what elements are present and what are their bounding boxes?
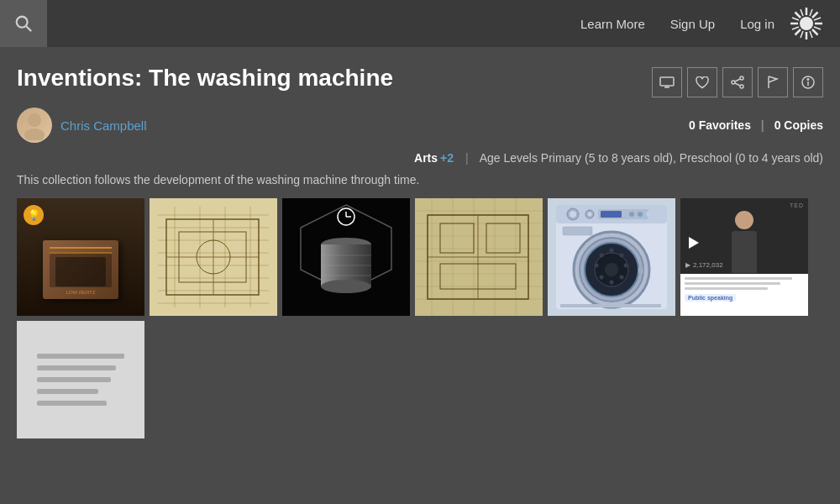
- age-levels: Age Levels Primary (5 to 8 years old), P…: [480, 151, 823, 165]
- svg-rect-109: [560, 304, 661, 307]
- svg-point-100: [620, 254, 624, 258]
- ted-video-thumbnail: ▶2,172,032 TED: [680, 198, 808, 274]
- blueprint-image: [150, 198, 277, 316]
- doc-line-5: [37, 401, 107, 406]
- wooden-box: LOW BERTZ: [43, 240, 118, 299]
- svg-line-7: [795, 13, 801, 18]
- copies-count: 0: [774, 118, 781, 132]
- grid-item-1[interactable]: 💡 LOW BERTZ: [17, 198, 144, 316]
- svg-line-11: [801, 9, 803, 16]
- share-button[interactable]: [722, 67, 753, 97]
- favorites-label: Favorites: [699, 118, 751, 132]
- author-row: Chris Campbell 0 Favorites | 0 Copies: [17, 108, 823, 143]
- favorite-button[interactable]: [687, 67, 717, 97]
- view-count: ▶2,172,032: [685, 261, 723, 269]
- svg-line-15: [792, 27, 799, 29]
- ted-desc-line-3: [685, 287, 768, 290]
- svg-point-30: [807, 79, 809, 81]
- ted-speaker-figure: [723, 211, 765, 274]
- avatar: [17, 108, 52, 143]
- grid-item-7[interactable]: [17, 321, 144, 438]
- learn-more-link[interactable]: Learn More: [570, 12, 655, 36]
- sunburst-logo: [790, 7, 823, 40]
- action-buttons: [652, 67, 823, 97]
- svg-point-86: [570, 211, 576, 218]
- svg-point-22: [740, 76, 743, 80]
- svg-point-91: [629, 212, 634, 217]
- svg-point-104: [600, 276, 604, 280]
- svg-line-13: [792, 18, 799, 20]
- search-icon: [14, 14, 33, 33]
- washing-machine-image: [548, 198, 675, 316]
- avatar-image: [17, 108, 52, 143]
- ted-badge-1: Public speaking: [685, 294, 736, 302]
- main-content: Inventions: The washing machine: [0, 47, 840, 438]
- sunburst-icon: [790, 7, 823, 40]
- svg-line-8: [812, 13, 818, 18]
- grid-item-3[interactable]: [282, 198, 410, 316]
- author-name[interactable]: Chris Campbell: [60, 118, 147, 133]
- svg-point-106: [600, 254, 604, 258]
- info-button[interactable]: [793, 67, 823, 97]
- svg-line-17: [801, 31, 803, 38]
- svg-point-93: [646, 212, 651, 217]
- svg-rect-90: [601, 211, 622, 218]
- svg-point-58: [321, 280, 371, 293]
- avatar-silhouette: [19, 110, 50, 140]
- svg-point-31: [28, 113, 41, 127]
- ted-watermark: TED: [790, 202, 804, 208]
- svg-point-102: [620, 276, 624, 280]
- svg-line-25: [735, 79, 740, 81]
- doc-line-4: [37, 389, 98, 394]
- svg-line-16: [814, 27, 821, 29]
- header: Learn More Sign Up Log in: [0, 0, 840, 47]
- svg-point-101: [624, 264, 628, 268]
- sign-up-link[interactable]: Sign Up: [660, 12, 725, 36]
- log-in-link[interactable]: Log in: [730, 12, 785, 36]
- monitor-button[interactable]: [652, 67, 682, 97]
- description: This collection follows the development …: [17, 173, 823, 186]
- grid-item-6[interactable]: ▶2,172,032 TED Public speaking: [680, 198, 808, 316]
- svg-point-103: [610, 281, 614, 285]
- search-button[interactable]: [0, 0, 47, 47]
- share-icon: [731, 76, 744, 89]
- stats: 0 Favorites | 0 Copies: [689, 118, 823, 132]
- cylinder-image: [282, 198, 410, 316]
- svg-point-105: [595, 264, 599, 268]
- play-icon: [689, 237, 699, 249]
- copies-label: Copies: [784, 118, 823, 132]
- svg-line-9: [795, 29, 801, 35]
- speaker-head: [735, 211, 753, 229]
- flag-icon: [767, 76, 779, 89]
- grid-item-4[interactable]: [415, 198, 543, 316]
- svg-point-32: [24, 129, 45, 140]
- page-title: Inventions: The washing machine: [17, 64, 393, 92]
- stats-separator: |: [761, 118, 764, 132]
- subject-more: +2: [440, 151, 454, 165]
- info-icon: [801, 76, 815, 89]
- grid-item-5[interactable]: [548, 198, 675, 316]
- svg-point-88: [588, 213, 592, 217]
- blueprint2-image: [415, 198, 543, 316]
- media-grid: 💡 LOW BERTZ: [17, 198, 823, 438]
- speaker-body: [732, 231, 757, 273]
- svg-line-26: [735, 83, 740, 86]
- svg-rect-107: [638, 267, 643, 274]
- grid-item-2[interactable]: [150, 198, 277, 316]
- svg-point-2: [800, 17, 813, 30]
- ted-desc-line-2: [685, 282, 780, 285]
- meta-row: Arts+2 | Age Levels Primary (5 to 8 year…: [17, 151, 823, 165]
- meta-content: Arts+2 | Age Levels Primary (5 to 8 year…: [414, 151, 823, 165]
- svg-line-12: [810, 9, 812, 16]
- doc-line-2: [37, 365, 116, 370]
- lamp-icon: 💡: [24, 205, 44, 225]
- document-placeholder: [17, 321, 144, 438]
- svg-line-10: [812, 29, 818, 35]
- flag-button[interactable]: [758, 67, 788, 97]
- subject-tag: Arts: [414, 151, 438, 165]
- antique-box-image: 💡 LOW BERTZ: [17, 198, 144, 316]
- favorites-count: 0: [689, 118, 696, 132]
- svg-point-92: [638, 212, 643, 217]
- heart-icon: [696, 76, 709, 89]
- doc-line-3: [37, 377, 111, 382]
